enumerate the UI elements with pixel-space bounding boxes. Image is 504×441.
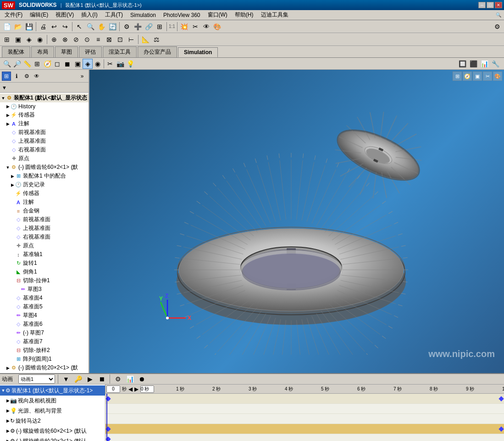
mate-button[interactable]: 🔗 [144, 22, 154, 32]
tb2-btn6[interactable]: ⊗ [60, 34, 70, 45]
anim-motor[interactable]: ▶ ↻ 旋转马达2 [0, 416, 105, 426]
tree-sketch4[interactable]: ✏ 草图4 [0, 311, 89, 320]
select-button[interactable]: ↖ [74, 22, 84, 32]
gear20-expand[interactable]: ▶ [6, 366, 10, 370]
mates-expand[interactable]: ▶ [10, 174, 15, 179]
anim-gear20-expand[interactable]: ▶ [6, 439, 10, 441]
timeline[interactable]: 秒 ◀ ▶ 0 秒 1 秒 2 秒 3 秒 4 秒 5 秒 [105, 385, 504, 441]
view-display1[interactable]: ◻ [52, 59, 62, 69]
tree-origin[interactable]: ✚ 原点 [0, 154, 89, 163]
view-sect[interactable]: ✂ [105, 59, 115, 69]
tab-sketch[interactable]: 草图 [55, 46, 78, 57]
anim-root-expand[interactable]: ▼ [1, 388, 6, 393]
tb2-measure[interactable]: 📐 [140, 34, 150, 45]
tree-top2[interactable]: ◇ 上视基准面 [0, 224, 89, 233]
zoom-button[interactable]: 🔍 [85, 22, 95, 32]
tb2-btn3[interactable]: ◈ [24, 34, 34, 45]
tab-office[interactable]: 办公室产品 [138, 46, 177, 57]
view-tb-btn3[interactable]: 📏 [22, 59, 32, 69]
tb2-btn10[interactable]: ⊠ [104, 34, 114, 45]
filter-btn[interactable]: ▼ [61, 374, 71, 384]
tree-right-plane[interactable]: ◇ 右视基准面 [0, 145, 89, 154]
tree-right2[interactable]: ◇ 右视基准面 [0, 233, 89, 241]
tab-render[interactable]: 渲染工具 [103, 46, 137, 57]
history2-expand[interactable]: ▶ [10, 183, 15, 187]
tree-revolve1[interactable]: ↻ 旋转1 [0, 259, 89, 268]
explode-button[interactable]: 💥 [179, 22, 189, 32]
tree-sketch7[interactable]: ✏ (-) 草图7 [0, 329, 89, 337]
view-display2[interactable]: ◼ [62, 59, 72, 69]
pan-button[interactable]: ✋ [96, 22, 106, 32]
view-icon-2[interactable]: ⬛ [468, 59, 478, 69]
play-btn[interactable]: ▶ [85, 374, 95, 384]
open-button[interactable]: 📂 [13, 22, 23, 32]
stop-btn[interactable]: ⏹ [97, 374, 107, 384]
tree-anno2[interactable]: A 注解 [0, 198, 89, 207]
tree-plane5[interactable]: ◇ 基准面5 [0, 302, 89, 311]
anim-gear60-expand[interactable]: ▶ [6, 429, 10, 433]
assembly-button[interactable]: ⚙ [122, 22, 132, 32]
menu-photoview[interactable]: PhotoView 360 [160, 11, 204, 19]
history-expand[interactable]: ▶ [6, 104, 10, 109]
anim-gear20[interactable]: ▶ ⚙ (-) 螺旋锥齿轮20×2<1> (默认 [0, 436, 105, 441]
gear60-expand[interactable]: ▼ [6, 165, 10, 170]
maximize-button[interactable]: □ [487, 2, 494, 8]
timeline-row-motor[interactable] [105, 424, 504, 434]
insert-component[interactable]: ➕ [133, 22, 143, 32]
feature-tree-tab[interactable]: ⊞ [2, 72, 11, 81]
tree-front-plane[interactable]: ◇ 前视基准面 [0, 128, 89, 137]
view-orient-btn[interactable]: 🧭 [463, 72, 472, 81]
new-button[interactable]: 📄 [2, 22, 12, 32]
tb2-btn4[interactable]: ◉ [35, 34, 45, 45]
tab-evaluate[interactable]: 评估 [79, 46, 102, 57]
anim-camera[interactable]: ▶ 📷 视向及相机视图 [0, 396, 105, 406]
tree-pattern[interactable]: ⊞ 阵列(圆周)1 [0, 355, 89, 363]
rotate-button[interactable]: 🔄 [107, 22, 117, 32]
print-button[interactable]: 🖨 [38, 22, 48, 32]
tree-mates[interactable]: ▶ ⊞ 装配体1 中的配合 [0, 172, 89, 180]
tree-plane6[interactable]: ◇ 基准面6 [0, 320, 89, 329]
hide-show[interactable]: 👁 [201, 22, 211, 32]
view-display4[interactable]: ◈ [83, 59, 93, 69]
tree-cut-scale[interactable]: ⊟ 切除-放样2 [0, 346, 89, 355]
view-icon-4[interactable]: 🔧 [490, 59, 500, 69]
time-input[interactable] [106, 385, 120, 393]
tree-cut-extrude[interactable]: ⊟ 切除-拉伸1 [0, 276, 89, 285]
timeline-row-camera[interactable] [105, 404, 504, 414]
anim-light-expand[interactable]: ▶ [6, 408, 10, 413]
anim-options[interactable]: ⚙ [113, 374, 123, 384]
tree-front2[interactable]: ◇ 前视基准面 [0, 215, 89, 224]
section-view[interactable]: ✂ [190, 22, 200, 32]
viewport[interactable]: // This will be done with static SVG pat… [89, 70, 504, 373]
timeline-row-gear60[interactable] [105, 434, 504, 441]
tab-simulation[interactable]: Simulation [178, 47, 218, 57]
tree-sensors2[interactable]: ⚡ 传感器 [0, 189, 89, 198]
anno-expand[interactable]: ▶ [6, 122, 10, 126]
tab-assembly[interactable]: 装配体 [2, 46, 30, 57]
close-button[interactable]: ✕ [495, 2, 502, 8]
timeline-row-0[interactable] [105, 394, 504, 404]
tree-axis1[interactable]: ↕ 基准轴1 [0, 250, 89, 259]
root-expand[interactable]: ▼ [1, 96, 6, 100]
display-tab[interactable]: 👁 [32, 72, 41, 81]
tree-root[interactable]: ▼ ⚙ 装配体1 (默认<默认_显示状态 [0, 94, 89, 102]
anim-motor-expand[interactable]: ▶ [6, 419, 10, 423]
zoom-to-fit[interactable]: ⊞ [453, 72, 462, 81]
menu-simulation[interactable]: Simulation [127, 11, 160, 19]
tree-chamfer1[interactable]: ◣ 倒角1 [0, 268, 89, 276]
anim-root[interactable]: ▼ ⚙ 装配体1 (默认<默认_显示状态-1> [0, 385, 105, 396]
anim-record[interactable]: ⏺ [137, 374, 147, 384]
tb2-mass[interactable]: ⚖ [151, 34, 161, 45]
expand-panel[interactable]: » [78, 72, 87, 81]
tree-gear20[interactable]: ▶ ⚙ (-) 圆锥齿轮20×2<1> (默 [0, 363, 89, 372]
menu-edit[interactable]: 编辑(E) [26, 10, 52, 20]
undo-button[interactable]: ↩ [49, 22, 59, 32]
view-cam[interactable]: 📷 [115, 59, 125, 69]
menu-maidi[interactable]: 迈迪工具集 [257, 10, 292, 20]
property-tab[interactable]: ℹ [12, 72, 21, 81]
menu-window[interactable]: 窗口(W) [204, 10, 231, 20]
animation-select[interactable]: 动画1 [18, 374, 55, 384]
view-icon-3[interactable]: 📊 [479, 59, 489, 69]
nav-right[interactable]: ▶ [134, 386, 138, 392]
nav-left[interactable]: ◀ [128, 386, 133, 392]
